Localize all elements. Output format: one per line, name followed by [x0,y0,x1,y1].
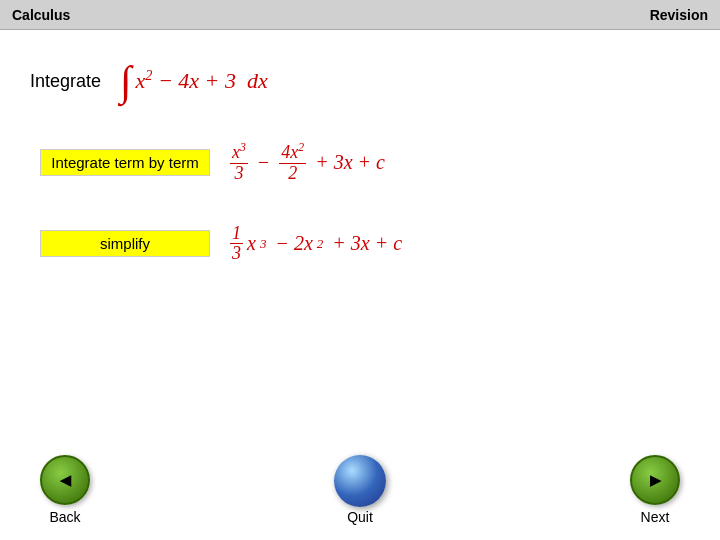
step2-label: simplify [100,235,150,252]
integrand-expression: x2 − 4x + 3 dx [136,67,268,94]
back-button[interactable]: ◀ [40,455,90,505]
step2-label-box: simplify [40,230,210,257]
step1-label-box: Integrate term by term [40,149,210,176]
step1-result: x3 3 − 4x2 2 + 3x + c [230,142,385,184]
frac1: x3 3 [230,142,248,184]
main-content: Integrate ∫ x2 − 4x + 3 dx Integrate ter… [0,30,720,324]
frac3: 1 3 [230,224,243,265]
footer: ◀ Back Quit ▶ Next [0,455,720,525]
step2-row: simplify 1 3 x3 − 2x2 + 3x + c [30,224,690,265]
integrate-row: Integrate ∫ x2 − 4x + 3 dx [30,60,690,102]
back-arrow-icon: ◀ [60,473,71,487]
step2-result: 1 3 x3 − 2x2 + 3x + c [230,224,402,265]
integral-expression: ∫ x2 − 4x + 3 dx [120,60,268,102]
next-label: Next [641,509,670,525]
quit-nav[interactable]: Quit [334,455,386,525]
next-button[interactable]: ▶ [630,455,680,505]
integral-sign: ∫ [120,60,132,102]
back-label: Back [49,509,80,525]
step1-label: Integrate term by term [51,154,199,171]
header-title-right: Revision [650,7,708,23]
quit-label: Quit [347,509,373,525]
header-title-left: Calculus [12,7,70,23]
back-nav[interactable]: ◀ Back [40,455,90,525]
header-bar: Calculus Revision [0,0,720,30]
quit-button[interactable] [334,455,386,507]
next-nav[interactable]: ▶ Next [630,455,680,525]
integrate-label: Integrate [30,71,110,92]
next-arrow-icon: ▶ [650,473,661,487]
frac2: 4x2 2 [279,142,306,184]
step1-row: Integrate term by term x3 3 − 4x2 2 + 3x… [30,142,690,184]
